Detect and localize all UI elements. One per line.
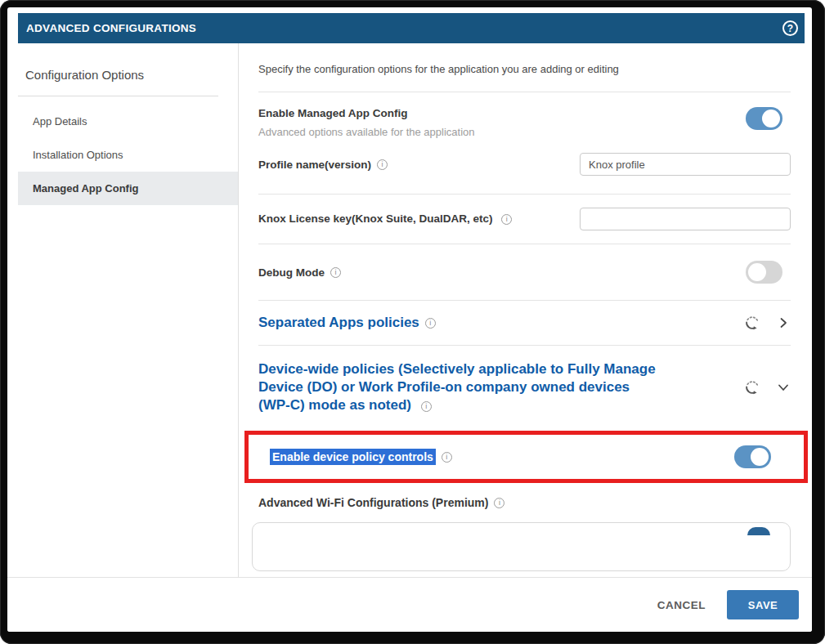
enable-managed-app-config-labels: Enable Managed App Config Advanced optio… (258, 107, 475, 138)
knox-license-key-label: Knox License key(Knox Suite, DualDAR, et… (258, 211, 512, 227)
save-button[interactable]: SAVE (727, 590, 799, 619)
info-icon[interactable]: i (425, 318, 436, 329)
device-wide-policies-heading: Device-wide policies (Selectively applic… (258, 360, 659, 414)
separated-apps-policies-row: Separated Apps policies i (258, 301, 791, 346)
profile-name-label: Profile name(version) (258, 159, 371, 171)
knox-license-key-label-text: Knox License key(Knox Suite, DualDAR, et… (258, 212, 493, 225)
advanced-wifi-row: Advanced Wi-Fi Configurations (Premium) … (258, 483, 791, 509)
separated-apps-policies-heading: Separated Apps policies (258, 314, 419, 332)
sidebar-divider (18, 96, 218, 96)
chevron-down-icon[interactable] (776, 380, 791, 395)
enable-managed-app-config-label: Enable Managed App Config (258, 107, 475, 119)
sidebar-item-label: App Details (33, 115, 87, 127)
refresh-icon[interactable] (743, 314, 761, 332)
enable-managed-app-config-row: Enable Managed App Config Advanced optio… (258, 92, 791, 141)
sidebar-item-label: Managed App Config (33, 182, 139, 195)
advanced-wifi-label: Advanced Wi-Fi Configurations (Premium) (258, 496, 488, 509)
panel-description: Specify the configuration options for th… (258, 43, 791, 92)
info-icon[interactable]: i (501, 214, 512, 225)
clipped-toggle[interactable] (747, 527, 770, 535)
sidebar-title: Configuration Options (18, 68, 238, 82)
knox-license-key-input[interactable] (580, 208, 791, 230)
cancel-button[interactable]: CANCEL (657, 599, 706, 611)
info-icon[interactable]: i (421, 401, 432, 412)
enable-managed-app-config-sublabel: Advanced options available for the appli… (258, 126, 475, 138)
info-icon[interactable]: i (442, 452, 452, 463)
advanced-configurations-dialog: ADVANCED CONFIGURATIONS ? Configuration … (7, 7, 812, 632)
configuration-sidebar: Configuration Options App Details Instal… (7, 43, 238, 632)
sidebar-item-label: Installation Options (33, 149, 123, 161)
sidebar-item-installation-options[interactable]: Installation Options (18, 138, 238, 172)
enable-device-policy-controls-label: Enable device policy controls (270, 449, 436, 465)
debug-mode-label: Debug Mode (258, 266, 325, 279)
refresh-icon[interactable] (743, 378, 761, 396)
screenshot-frame: ADVANCED CONFIGURATIONS ? Configuration … (0, 0, 825, 644)
profile-name-row: Profile name(version) i (258, 141, 791, 195)
info-icon[interactable]: i (377, 159, 388, 170)
knox-license-key-row: Knox License key(Knox Suite, DualDAR, et… (258, 195, 791, 244)
profile-name-input[interactable] (580, 153, 791, 176)
sidebar-item-managed-app-config[interactable]: Managed App Config (18, 172, 238, 205)
dialog-title: ADVANCED CONFIGURATIONS (26, 22, 196, 34)
enable-device-policy-controls-toggle[interactable] (734, 445, 771, 468)
device-wide-policies-row: Device-wide policies (Selectively applic… (258, 346, 791, 421)
info-icon[interactable]: i (330, 267, 341, 278)
sidebar-item-app-details[interactable]: App Details (18, 105, 238, 138)
clipped-settings-card (252, 522, 791, 571)
dialog-titlebar: ADVANCED CONFIGURATIONS ? (18, 13, 805, 43)
debug-mode-toggle[interactable] (746, 261, 782, 284)
info-icon[interactable]: i (494, 498, 504, 508)
debug-mode-row: Debug Mode i (258, 244, 791, 301)
red-annotation-box: Enable device policy controls i (244, 431, 808, 483)
managed-app-config-panel: Specify the configuration options for th… (238, 43, 812, 632)
help-icon[interactable]: ? (782, 20, 798, 36)
dialog-body: Configuration Options App Details Instal… (7, 43, 812, 632)
enable-managed-app-config-toggle[interactable] (746, 107, 782, 130)
dialog-footer: CANCEL SAVE (7, 577, 812, 632)
chevron-right-icon[interactable] (776, 315, 791, 330)
device-wide-policies-heading-text: Device-wide policies (Selectively applic… (258, 361, 656, 413)
